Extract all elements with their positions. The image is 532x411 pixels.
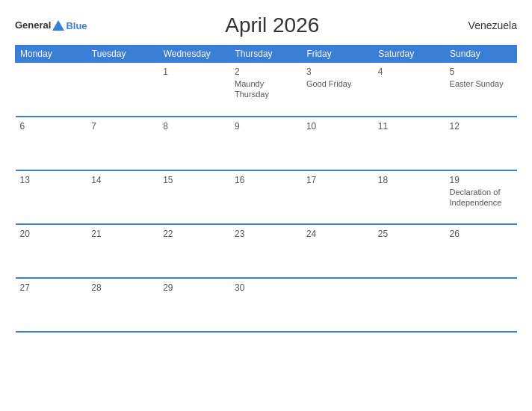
day-number: 28	[91, 282, 154, 293]
calendar-cell: 25	[374, 224, 445, 278]
calendar-cell: 7	[87, 117, 158, 170]
calendar-cell: 16	[230, 170, 302, 224]
calendar-week-row: 6789101112	[16, 117, 517, 170]
day-number: 7	[91, 121, 154, 132]
day-number: 27	[20, 282, 83, 293]
day-number: 24	[306, 229, 369, 239]
day-number: 17	[306, 175, 369, 185]
days-of-week-row: Monday Tuesday Wednesday Thursday Friday…	[16, 46, 517, 63]
calendar-body: 12Maundy Thursday3Good Friday45Easter Su…	[16, 63, 517, 332]
col-tuesday: Tuesday	[87, 46, 158, 63]
calendar-cell: 27	[16, 278, 87, 332]
day-number: 11	[378, 121, 441, 132]
calendar-cell: 28	[87, 278, 158, 332]
calendar-cell: 24	[302, 224, 374, 278]
col-monday: Monday	[16, 46, 87, 63]
calendar-cell: 21	[87, 224, 158, 278]
header: General Blue April 2026 Venezuela	[15, 13, 517, 37]
day-number: 19	[450, 175, 513, 185]
calendar-cell: 3Good Friday	[302, 63, 374, 117]
day-number: 6	[20, 121, 83, 132]
day-number: 1	[163, 67, 226, 77]
day-number: 22	[163, 229, 226, 239]
calendar-cell: 17	[302, 170, 374, 224]
day-number: 20	[20, 229, 83, 239]
col-thursday: Thursday	[230, 46, 302, 63]
day-number: 2	[235, 67, 297, 77]
day-number: 14	[91, 175, 154, 185]
day-number: 26	[450, 229, 513, 239]
calendar: Monday Tuesday Wednesday Thursday Friday…	[15, 45, 517, 333]
day-number: 16	[235, 175, 297, 185]
calendar-cell	[87, 63, 158, 117]
day-number: 21	[91, 229, 154, 239]
logo-blue-text: Blue	[66, 20, 87, 31]
logo: General Blue	[15, 20, 87, 31]
calendar-cell	[302, 278, 374, 332]
holiday-name: Declaration of Independence	[450, 187, 513, 208]
day-number: 25	[378, 229, 441, 239]
calendar-cell: 14	[87, 170, 158, 224]
calendar-cell: 6	[16, 117, 87, 170]
day-number: 30	[235, 282, 297, 293]
calendar-cell: 10	[302, 117, 374, 170]
calendar-week-row: 27282930	[16, 278, 517, 332]
logo-triangle-icon	[52, 20, 64, 31]
calendar-cell: 12	[445, 117, 517, 170]
calendar-cell: 8	[158, 117, 230, 170]
calendar-cell: 18	[374, 170, 445, 224]
page: General Blue April 2026 Venezuela Monday…	[0, 0, 532, 411]
calendar-week-row: 12Maundy Thursday3Good Friday45Easter Su…	[16, 63, 517, 117]
calendar-cell: 19Declaration of Independence	[445, 170, 517, 224]
day-number: 29	[163, 282, 226, 293]
calendar-cell: 2Maundy Thursday	[230, 63, 302, 117]
country-label: Venezuela	[457, 19, 517, 31]
calendar-cell: 23	[230, 224, 302, 278]
calendar-cell: 15	[158, 170, 230, 224]
col-sunday: Sunday	[445, 46, 517, 63]
calendar-cell: 22	[158, 224, 230, 278]
col-friday: Friday	[302, 46, 374, 63]
calendar-cell: 5Easter Sunday	[445, 63, 517, 117]
day-number: 23	[235, 229, 297, 239]
calendar-cell: 20	[16, 224, 87, 278]
holiday-name: Easter Sunday	[450, 78, 513, 89]
col-wednesday: Wednesday	[158, 46, 230, 63]
calendar-cell: 26	[445, 224, 517, 278]
day-number: 9	[235, 121, 297, 132]
calendar-week-row: 13141516171819Declaration of Independenc…	[16, 170, 517, 224]
day-number: 8	[163, 121, 226, 132]
calendar-cell	[16, 63, 87, 117]
day-number: 4	[378, 67, 441, 77]
day-number: 5	[450, 67, 513, 77]
calendar-cell: 29	[158, 278, 230, 332]
col-saturday: Saturday	[374, 46, 445, 63]
calendar-cell	[374, 278, 445, 332]
calendar-cell: 11	[374, 117, 445, 170]
logo-general-text: General	[15, 20, 51, 31]
calendar-cell: 30	[230, 278, 302, 332]
calendar-cell: 1	[158, 63, 230, 117]
day-number: 10	[306, 121, 369, 132]
holiday-name: Maundy Thursday	[235, 78, 297, 100]
month-title: April 2026	[225, 13, 319, 37]
calendar-header: Monday Tuesday Wednesday Thursday Friday…	[16, 46, 517, 63]
calendar-cell	[445, 278, 517, 332]
calendar-cell: 9	[230, 117, 302, 170]
day-number: 13	[20, 175, 83, 185]
day-number: 12	[450, 121, 513, 132]
calendar-cell: 13	[16, 170, 87, 224]
calendar-cell: 4	[374, 63, 445, 117]
calendar-week-row: 20212223242526	[16, 224, 517, 278]
day-number: 3	[306, 67, 369, 77]
day-number: 15	[163, 175, 226, 185]
holiday-name: Good Friday	[306, 78, 369, 89]
day-number: 18	[378, 175, 441, 185]
